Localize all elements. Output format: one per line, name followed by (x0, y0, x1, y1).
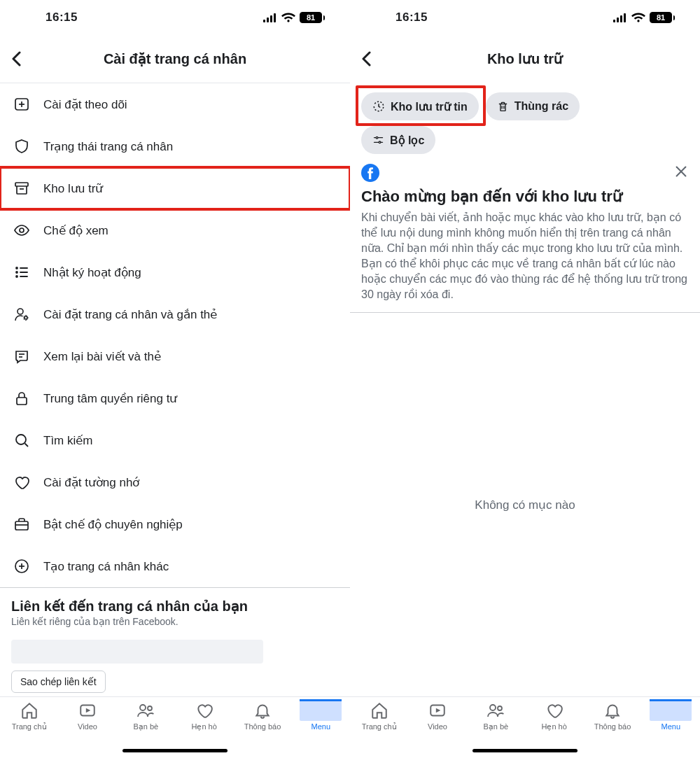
pill-trash[interactable]: Thùng rác (486, 92, 580, 120)
svg-rect-2 (270, 15, 272, 22)
briefcase-icon (13, 516, 31, 533)
intro-body: Khi chuyển bài viết, ảnh hoặc mục khác v… (361, 210, 689, 302)
archive-icon (13, 180, 31, 197)
trash-icon (497, 100, 509, 113)
nav-home[interactable]: Trang chủ (0, 700, 58, 758)
battery-indicator: 81 (650, 12, 675, 23)
wifi-icon (281, 13, 295, 22)
row-activity-log[interactable]: Nhật ký hoạt động (0, 251, 350, 293)
row-review-posts[interactable]: Xem lại bài viết và thẻ (0, 335, 350, 377)
page-title: Cài đặt trang cá nhân (38, 50, 312, 67)
home-indicator (122, 749, 227, 752)
svg-rect-7 (15, 183, 28, 186)
pill-filter[interactable]: Bộ lọc (361, 126, 435, 154)
status-bar: 16:15 81 (350, 0, 700, 35)
row-label: Cài đặt trang cá nhân và gắn thẻ (43, 307, 217, 322)
home-icon (370, 700, 388, 721)
row-label: Trạng thái trang cá nhân (43, 139, 173, 154)
screen-archive: 16:15 81 Kho lưu trữ Kho lưu trữ tin Thù (350, 0, 700, 758)
bell-icon (253, 700, 272, 721)
search-icon (13, 432, 31, 449)
review-posts-icon (13, 348, 31, 365)
row-view-as[interactable]: Chế độ xem (0, 209, 350, 251)
nav-video[interactable]: Video (408, 700, 466, 758)
svg-point-45 (490, 705, 496, 710)
row-label: Tìm kiếm (43, 433, 92, 448)
row-profile-tagging[interactable]: Cài đặt trang cá nhân và gắn thẻ (0, 293, 350, 335)
nav-notifications[interactable]: Thông báo (233, 700, 291, 758)
dating-icon (195, 700, 214, 721)
friends-icon (136, 700, 155, 721)
bottom-nav: Trang chủ Video Bạn bè Hẹn hò Thông báo … (0, 696, 350, 758)
status-bar: 16:15 81 (0, 0, 350, 35)
row-professional-mode[interactable]: Bật chế độ chuyên nghiệp (0, 503, 350, 545)
lock-icon (13, 390, 31, 407)
video-icon (78, 700, 97, 721)
menu-icon (300, 700, 342, 721)
row-label: Kho lưu trữ (43, 181, 103, 196)
row-privacy-center[interactable]: Trung tâm quyền riêng tư (0, 377, 350, 419)
svg-rect-23 (15, 521, 28, 530)
svg-rect-3 (274, 13, 276, 22)
row-profile-status[interactable]: Trạng thái trang cá nhân (0, 125, 350, 167)
row-create-profile[interactable]: Tạo trang cá nhân khác (0, 545, 350, 587)
svg-rect-0 (263, 20, 265, 22)
svg-rect-1 (267, 17, 269, 22)
svg-point-12 (16, 276, 18, 277)
svg-point-10 (16, 267, 18, 269)
empty-state: Không có mục nào (350, 313, 700, 696)
nav-menu[interactable]: Menu (292, 700, 350, 758)
bell-icon (603, 700, 622, 721)
battery-indicator: 81 (300, 12, 325, 23)
signal-icon (613, 13, 627, 22)
row-label: Cài đặt tường nhớ (43, 475, 139, 490)
pill-story-archive[interactable]: Kho lưu trữ tin (361, 92, 479, 120)
row-label: Trung tâm quyền riêng tư (43, 391, 177, 406)
user-gear-icon (13, 306, 31, 323)
row-label: Bật chế độ chuyên nghiệp (43, 517, 183, 532)
svg-point-9 (20, 228, 24, 232)
nav-video[interactable]: Video (58, 700, 116, 758)
close-button[interactable] (673, 164, 689, 179)
row-label: Chế độ xem (43, 223, 108, 238)
copy-link-button[interactable]: Sao chép liên kết (11, 671, 106, 693)
activity-log-icon (13, 264, 31, 281)
back-button[interactable] (11, 45, 38, 72)
dating-icon (545, 700, 564, 721)
video-icon (428, 700, 447, 721)
nav-notifications[interactable]: Thông báo (583, 700, 641, 758)
row-label: Cài đặt theo dõi (43, 97, 127, 112)
svg-point-46 (498, 706, 502, 710)
svg-rect-32 (617, 17, 619, 22)
svg-rect-34 (624, 13, 626, 22)
eye-icon (13, 222, 31, 239)
archive-intro-card: Chào mừng bạn đến với kho lưu trữ Khi ch… (350, 164, 700, 312)
wifi-icon (631, 13, 645, 22)
row-follow-settings[interactable]: Cài đặt theo dõi (0, 83, 350, 125)
nav-menu[interactable]: Menu (642, 700, 700, 758)
svg-point-17 (24, 316, 27, 319)
settings-list: Cài đặt theo dõi Trạng thái trang cá nhâ… (0, 83, 350, 696)
row-label: Tạo trang cá nhân khác (43, 559, 169, 574)
facebook-logo-icon (361, 164, 379, 182)
shield-icon (13, 138, 31, 155)
profile-link-field[interactable] (11, 640, 263, 664)
row-label: Nhật ký hoạt động (43, 265, 141, 280)
svg-point-16 (18, 309, 23, 314)
friends-icon (486, 700, 505, 721)
back-button[interactable] (361, 45, 388, 72)
signal-icon (263, 13, 277, 22)
status-time: 16:15 (46, 10, 78, 24)
home-icon (20, 700, 38, 721)
svg-point-30 (148, 706, 152, 710)
row-memorialization[interactable]: Cài đặt tường nhớ (0, 461, 350, 503)
row-search[interactable]: Tìm kiếm (0, 419, 350, 461)
svg-line-22 (25, 444, 29, 447)
svg-rect-20 (17, 398, 27, 405)
profile-link-title: Liên kết đến trang cá nhân của bạn (11, 598, 339, 615)
svg-point-38 (376, 136, 378, 139)
heart-icon (13, 474, 31, 491)
row-archive[interactable]: Kho lưu trữ (0, 167, 350, 209)
nav-home[interactable]: Trang chủ (350, 700, 408, 758)
follow-settings-icon (13, 96, 31, 113)
